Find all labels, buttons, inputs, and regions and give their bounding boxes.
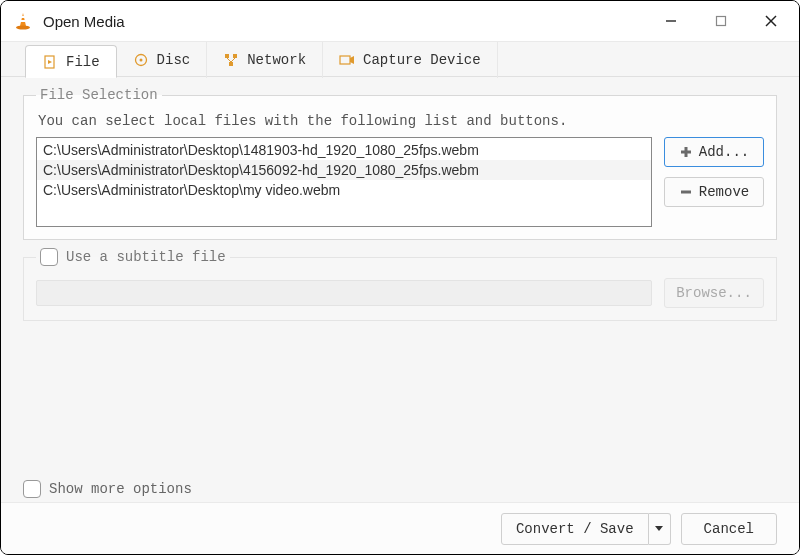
browse-button-label: Browse... <box>676 285 752 301</box>
add-button[interactable]: Add... <box>664 137 764 167</box>
subtitle-checkbox-label: Use a subtitle file <box>66 249 226 265</box>
tab-file[interactable]: File <box>25 45 117 78</box>
window-title: Open Media <box>43 13 651 30</box>
bottom-bar: Convert / Save Cancel <box>1 502 799 554</box>
minus-icon <box>679 185 693 199</box>
file-selection-group: File Selection You can select local file… <box>23 87 777 240</box>
file-list[interactable]: C:\Users\Administrator\Desktop\1481903-h… <box>36 137 652 227</box>
svg-point-3 <box>16 26 30 30</box>
capture-icon <box>339 52 355 68</box>
subtitle-group: Use a subtitle file Browse... <box>23 248 777 321</box>
content-area: File Selection You can select local file… <box>1 77 799 502</box>
file-icon <box>42 54 58 70</box>
show-more-label: Show more options <box>49 481 192 497</box>
svg-marker-9 <box>48 60 52 64</box>
titlebar: Open Media <box>1 1 799 41</box>
tab-disc[interactable]: Disc <box>117 42 208 78</box>
tab-capture-label: Capture Device <box>363 52 481 68</box>
svg-point-11 <box>139 59 142 62</box>
subtitle-path-field <box>36 280 652 306</box>
tab-network-label: Network <box>247 52 306 68</box>
vlc-cone-icon <box>13 11 33 31</box>
add-button-label: Add... <box>699 144 749 160</box>
svg-line-16 <box>231 58 235 62</box>
svg-rect-5 <box>717 17 726 26</box>
disc-icon <box>133 52 149 68</box>
plus-icon <box>679 145 693 159</box>
minimize-button[interactable] <box>651 6 691 36</box>
svg-rect-14 <box>229 62 233 66</box>
window-controls <box>651 6 791 36</box>
svg-line-15 <box>227 58 231 62</box>
file-selection-hint: You can select local files with the foll… <box>38 113 764 129</box>
svg-rect-2 <box>20 20 25 22</box>
tab-bar: File Disc Network Capture Device <box>1 41 799 77</box>
chevron-down-icon <box>654 521 664 537</box>
list-item[interactable]: C:\Users\Administrator\Desktop\my video.… <box>37 180 651 200</box>
svg-marker-22 <box>655 526 663 531</box>
list-item[interactable]: C:\Users\Administrator\Desktop\1481903-h… <box>37 140 651 160</box>
convert-save-split: Convert / Save <box>501 513 671 545</box>
network-icon <box>223 52 239 68</box>
convert-save-label: Convert / Save <box>516 521 634 537</box>
subtitle-checkbox[interactable] <box>40 248 58 266</box>
remove-button-label: Remove <box>699 184 749 200</box>
browse-button: Browse... <box>664 278 764 308</box>
svg-rect-17 <box>340 56 350 64</box>
show-more-checkbox[interactable] <box>23 480 41 498</box>
tab-capture[interactable]: Capture Device <box>323 42 498 78</box>
svg-marker-0 <box>20 13 26 26</box>
convert-save-dropdown[interactable] <box>649 513 671 545</box>
close-button[interactable] <box>751 6 791 36</box>
cancel-button[interactable]: Cancel <box>681 513 777 545</box>
show-more-options[interactable]: Show more options <box>23 480 192 498</box>
tab-file-label: File <box>66 54 100 70</box>
svg-marker-18 <box>350 56 354 64</box>
remove-button[interactable]: Remove <box>664 177 764 207</box>
maximize-button[interactable] <box>701 6 741 36</box>
list-item[interactable]: C:\Users\Administrator\Desktop\4156092-h… <box>37 160 651 180</box>
file-selection-legend: File Selection <box>36 87 162 103</box>
subtitle-legend: Use a subtitle file <box>36 248 230 266</box>
convert-save-button[interactable]: Convert / Save <box>501 513 649 545</box>
tab-network[interactable]: Network <box>207 42 323 78</box>
cancel-button-label: Cancel <box>704 521 754 537</box>
svg-rect-1 <box>21 16 25 18</box>
svg-rect-13 <box>233 54 237 58</box>
svg-rect-12 <box>225 54 229 58</box>
tab-disc-label: Disc <box>157 52 191 68</box>
